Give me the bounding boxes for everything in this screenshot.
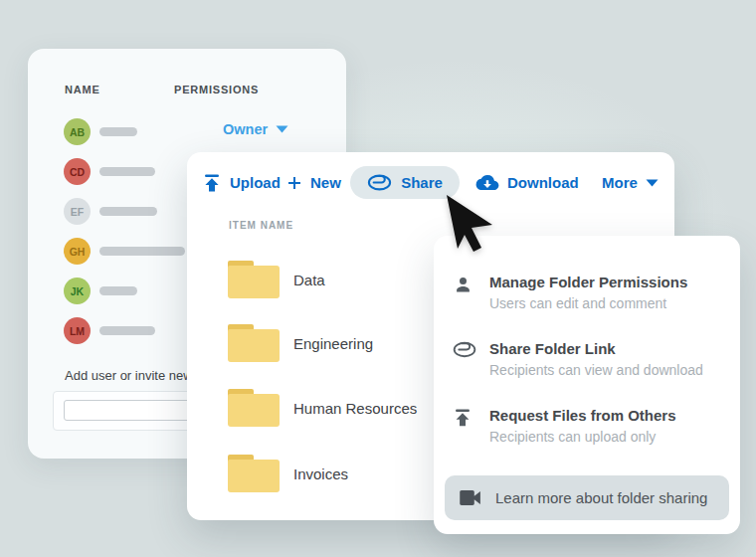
learn-more-label: Learn more about folder sharing [495,489,707,506]
menu-item-title: Manage Folder Permissions [489,274,687,290]
name-placeholder-bar [99,286,137,295]
folder-icon [228,455,280,492]
user-row: LM [64,317,155,344]
folder-name: Invoices [293,465,348,482]
name-placeholder-bar [99,247,185,256]
video-camera-icon [460,490,482,505]
more-button[interactable]: More [602,166,659,199]
new-button[interactable]: New [286,166,341,199]
folder-name: Human Resources [293,400,417,417]
menu-item-title: Request Files from Others [489,407,676,424]
user-row: AB [64,118,137,145]
menu-item-manage-folder-permissions[interactable]: Manage Folder Permissions Users can edit… [453,274,723,311]
permission-dropdown[interactable]: Owner [223,121,288,137]
toolbar: Upload New Share Download [201,166,661,199]
avatar: JK [64,278,91,304]
more-label: More [602,174,638,191]
chevron-down-icon [646,179,659,187]
menu-item-subtitle: Recipients can view and download [489,362,703,378]
user-row: EF [64,198,157,225]
menu-item-text: Share Folder Link Recipients can view an… [489,340,703,378]
menu-item-request-files[interactable]: Request Files from Others Recipients can… [453,407,723,445]
folder-name: Data [293,272,325,288]
name-placeholder-bar [99,127,137,136]
upload-icon [202,173,222,193]
folder-row[interactable]: Data [228,260,325,299]
page-background: NAME PERMISSIONS Owner AB CD EF GH JK LM [0,0,756,557]
new-label: New [310,174,341,191]
menu-item-title: Share Folder Link [489,340,703,357]
column-header-item-name: ITEM NAME [229,220,293,231]
folder-name: Engineering [293,335,373,352]
mouse-cursor [447,195,506,265]
share-menu: Manage Folder Permissions Users can edit… [434,236,740,534]
link-icon [367,174,392,191]
menu-item-text: Request Files from Others Recipients can… [489,407,676,445]
share-button[interactable]: Share [350,166,460,199]
person-icon [453,274,475,311]
add-user-label: Add user or invite new [65,368,193,383]
learn-more-button[interactable]: Learn more about folder sharing [445,475,729,520]
user-row: JK [64,278,137,304]
download-cloud-icon [475,173,499,192]
avatar: GH [64,238,91,265]
folder-row[interactable]: Invoices [228,454,348,493]
folder-icon [228,324,280,362]
user-row: GH [64,238,185,265]
avatar: AB [64,118,91,145]
download-label: Download [507,174,579,191]
menu-item-subtitle: Recipients can upload only [489,429,676,445]
upload-label: Upload [230,174,281,191]
share-label: Share [401,174,443,191]
name-placeholder-bar [99,207,157,216]
plus-icon [286,175,302,191]
link-icon [453,340,475,378]
column-header-permissions: PERMISSIONS [174,84,259,95]
chevron-down-icon [276,125,288,133]
user-row: CD [64,158,155,185]
permission-dropdown-label: Owner [223,121,268,137]
folder-icon [228,389,280,427]
folder-icon [228,261,280,298]
folder-row[interactable]: Engineering [228,323,373,363]
upload-button[interactable]: Upload [202,166,281,199]
column-header-name: NAME [65,84,100,95]
avatar: CD [64,158,91,185]
menu-item-subtitle: Users can edit and comment [489,295,687,311]
name-placeholder-bar [99,326,155,335]
folder-row[interactable]: Human Resources [228,388,417,428]
avatar: LM [64,317,91,344]
avatar: EF [64,198,91,225]
menu-item-text: Manage Folder Permissions Users can edit… [489,274,687,311]
menu-item-share-folder-link[interactable]: Share Folder Link Recipients can view an… [453,340,723,378]
upload-icon [453,407,475,445]
name-placeholder-bar [99,167,155,176]
